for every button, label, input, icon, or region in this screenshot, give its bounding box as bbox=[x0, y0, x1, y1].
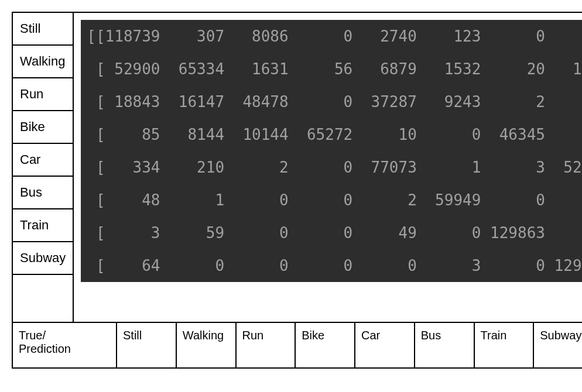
row-label-bike: Bike bbox=[13, 111, 73, 144]
row-label-subway: Subway bbox=[13, 242, 73, 275]
matrix-text: [[118739 307 8086 0 2740 123 0 5] [ 5290… bbox=[81, 20, 582, 282]
col-label-car: Car bbox=[355, 323, 415, 367]
row-label-bus: Bus bbox=[13, 177, 73, 209]
row-label-run: Run bbox=[13, 78, 73, 111]
axis-label: True/ Prediction bbox=[13, 323, 117, 367]
matrix-area: [[118739 307 8086 0 2740 123 0 5] [ 5290… bbox=[74, 13, 582, 322]
column-labels-row: True/ Prediction Still Walking Run Bike … bbox=[13, 322, 582, 367]
col-label-still: Still bbox=[117, 323, 177, 367]
row-label-car: Car bbox=[13, 144, 73, 177]
col-label-train: Train bbox=[475, 323, 535, 367]
confusion-matrix-figure: Still Walking Run Bike Car Bus Train Sub… bbox=[12, 12, 582, 369]
row-label-still: Still bbox=[13, 13, 73, 46]
row-label-spacer bbox=[13, 275, 73, 322]
col-label-walking: Walking bbox=[177, 323, 237, 367]
col-label-run: Run bbox=[237, 323, 296, 367]
row-label-walking: Walking bbox=[13, 46, 73, 78]
row-labels-column: Still Walking Run Bike Car Bus Train Sub… bbox=[13, 13, 74, 322]
col-label-subway: Subway bbox=[534, 323, 582, 367]
col-label-bike: Bike bbox=[296, 323, 355, 367]
row-label-train: Train bbox=[13, 209, 73, 242]
col-label-bus: Bus bbox=[415, 323, 475, 367]
upper-region: Still Walking Run Bike Car Bus Train Sub… bbox=[13, 13, 582, 322]
